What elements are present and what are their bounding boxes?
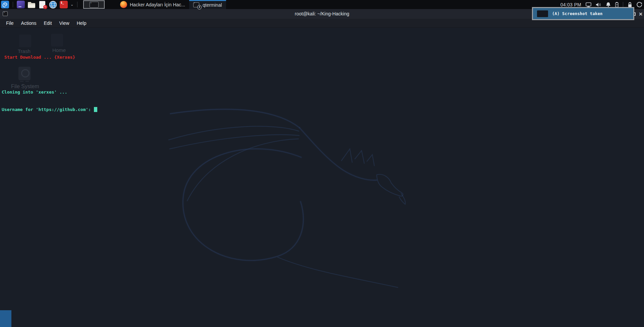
- kali-menu-icon[interactable]: [1, 1, 9, 8]
- menu-file[interactable]: File: [2, 20, 17, 26]
- logout-icon[interactable]: [637, 2, 642, 7]
- screenshot-notification[interactable]: (A) Screenshot taken: [532, 7, 634, 20]
- mini-terminal-icon: [90, 2, 99, 8]
- text-editor-icon[interactable]: ✎: [38, 1, 46, 8]
- menu-actions[interactable]: Actions: [17, 20, 40, 26]
- menu-view[interactable]: View: [56, 20, 73, 26]
- launcher-area: ✎ $_ ⌄: [0, 0, 105, 9]
- terminal-content[interactable]: Trash Home File System: [0, 28, 644, 327]
- output-line-download: Start Download ... {Xerxes}: [2, 54, 97, 60]
- chevron-down-icon[interactable]: ⌄: [70, 2, 73, 7]
- output-line-cloning: Cloning into 'xerxes' ...: [2, 89, 97, 95]
- notification-text: (A) Screenshot taken: [552, 11, 603, 16]
- terminal-window-button[interactable]: [83, 0, 105, 9]
- menu-help[interactable]: Help: [73, 20, 90, 26]
- terminal-output: Start Download ... {Xerxes} Cloning into…: [2, 43, 97, 124]
- close-button[interactable]: ✕: [639, 12, 643, 16]
- web-browser-icon[interactable]: [49, 1, 57, 8]
- output-line-username: Username for 'https://github.com':: [2, 107, 97, 112]
- task-qterminal[interactable]: 2 qterminal: [189, 0, 226, 9]
- launcher-separator: [13, 2, 13, 7]
- notification-thumbnail: [537, 10, 548, 17]
- firefox-icon: [120, 1, 127, 8]
- clock[interactable]: 04:03 PM: [560, 2, 581, 7]
- battery-icon[interactable]: [615, 2, 619, 7]
- corner-blue-square: [0, 310, 11, 327]
- qterminal-count-badge: 2: [197, 5, 202, 9]
- dark-files-app-icon[interactable]: [17, 1, 25, 8]
- launcher-separator-2: [77, 2, 77, 7]
- root-terminal-icon[interactable]: $_: [60, 1, 68, 8]
- qterminal-icon: 2: [193, 2, 200, 8]
- task-qterminal-label: qterminal: [203, 2, 222, 8]
- file-manager-icon[interactable]: [28, 1, 36, 8]
- task-firefox-label: Hacker Adayları İçin Hac...: [130, 2, 185, 7]
- volume-icon[interactable]: [596, 2, 601, 7]
- lock-icon[interactable]: [628, 2, 632, 7]
- tray-separator: [623, 2, 623, 7]
- display-icon[interactable]: [586, 2, 591, 7]
- task-firefox[interactable]: Hacker Adayları İçin Hac...: [116, 0, 189, 9]
- menu-bar: File Actions Edit View Help: [0, 19, 644, 28]
- notifications-bell-icon[interactable]: [606, 2, 611, 7]
- kali-dragon-watermark: [167, 104, 415, 295]
- terminal-cursor: [94, 107, 97, 112]
- window-task-list: Hacker Adayları İçin Hac... 2 qterminal: [116, 0, 226, 9]
- menu-edit[interactable]: Edit: [40, 20, 55, 26]
- qterminal-window: root@kali: ~/King-Hacking ✕ File Actions…: [0, 9, 644, 327]
